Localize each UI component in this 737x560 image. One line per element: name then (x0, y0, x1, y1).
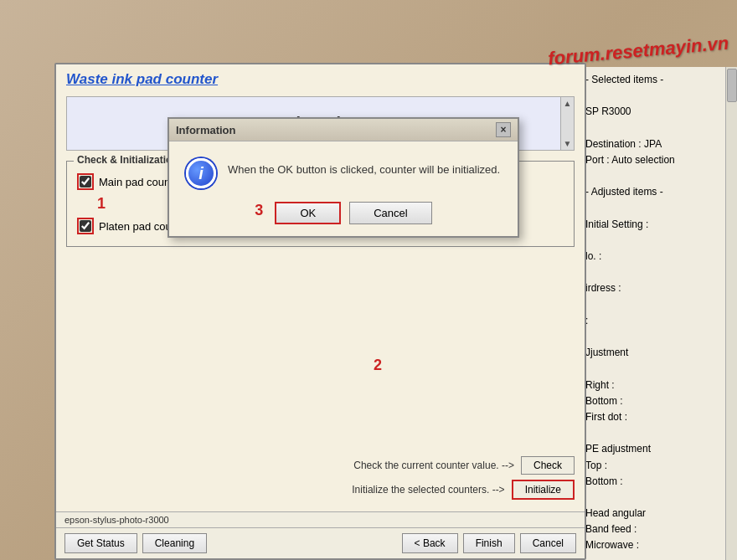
dialog-cancel-button[interactable]: Cancel (349, 202, 431, 224)
dialog-titlebar: Information × (169, 119, 518, 141)
dialog-message: When the OK button is clicked, counter w… (228, 158, 500, 176)
info-icon: i (186, 158, 216, 188)
dialog-overlay: Information × i When the OK button is cl… (0, 0, 737, 560)
information-dialog: Information × i When the OK button is cl… (168, 117, 519, 238)
dialog-buttons: 3 OK Cancel (169, 202, 518, 236)
annotation-3: 3 (255, 202, 263, 224)
dialog-title: Information (176, 124, 236, 136)
dialog-body: i When the OK button is clicked, counter… (169, 141, 518, 202)
dialog-close-button[interactable]: × (496, 122, 511, 137)
dialog-ok-button[interactable]: OK (275, 202, 341, 224)
info-icon-text: i (198, 164, 204, 183)
